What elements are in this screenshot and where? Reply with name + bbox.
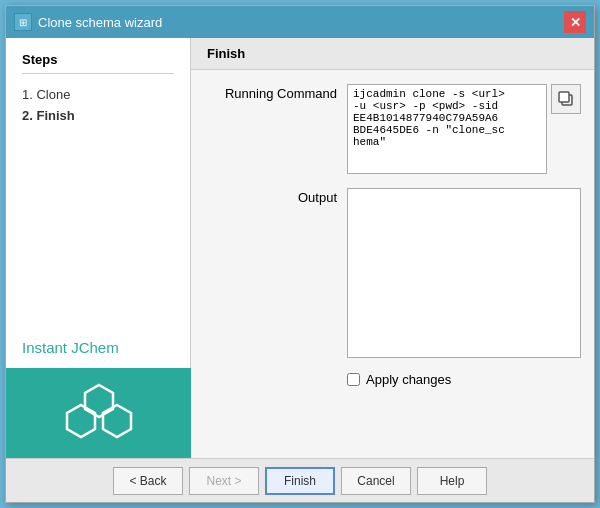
cancel-button[interactable]: Cancel [341, 467, 411, 495]
back-button[interactable]: < Back [113, 467, 183, 495]
svg-marker-1 [67, 405, 95, 437]
finish-button[interactable]: Finish [265, 467, 335, 495]
main-panel: Finish Running Command [191, 38, 594, 458]
section-body: Running Command Output [191, 70, 594, 458]
next-button[interactable]: Next > [189, 467, 259, 495]
apply-changes-label[interactable]: Apply changes [366, 372, 451, 387]
copy-icon [558, 91, 574, 107]
svg-marker-0 [85, 385, 113, 417]
command-textarea[interactable] [347, 84, 547, 174]
bottom-bar: < Back Next > Finish Cancel Help [6, 458, 594, 502]
command-wrapper [347, 84, 581, 174]
app-icon: ⊞ [14, 13, 32, 31]
title-bar: ⊞ Clone schema wizard ✕ [6, 6, 594, 38]
step-1: 1. Clone [22, 84, 174, 105]
svg-marker-2 [103, 405, 131, 437]
copy-button[interactable] [551, 84, 581, 114]
step-2: 2. Finish [22, 105, 174, 126]
apply-changes-checkbox[interactable] [347, 373, 360, 386]
running-command-row: Running Command [207, 84, 581, 174]
hexagon-icon [63, 377, 135, 449]
step-1-number: 1. [22, 87, 36, 102]
window-title: Clone schema wizard [38, 15, 162, 30]
running-command-label: Running Command [207, 84, 337, 101]
section-header: Finish [191, 38, 594, 70]
close-button[interactable]: ✕ [564, 11, 586, 33]
sidebar: Steps 1. Clone 2. Finish Instant JChem [6, 38, 191, 458]
brand-label: Instant JChem [6, 327, 190, 368]
svg-rect-4 [559, 92, 569, 102]
steps-title: Steps [22, 52, 174, 74]
output-label: Output [207, 188, 337, 205]
title-bar-left: ⊞ Clone schema wizard [14, 13, 162, 31]
output-textarea[interactable] [347, 188, 581, 358]
apply-changes-row: Apply changes [207, 372, 581, 387]
output-row: Output [207, 188, 581, 358]
content-area: Steps 1. Clone 2. Finish Instant JChem [6, 38, 594, 458]
main-window: ⊞ Clone schema wizard ✕ Steps 1. Clone 2… [5, 5, 595, 503]
step-2-label: Finish [36, 108, 74, 123]
step-2-number: 2. [22, 108, 36, 123]
sidebar-logo [6, 368, 191, 458]
sidebar-steps: Steps 1. Clone 2. Finish [6, 38, 190, 327]
step-1-label: Clone [36, 87, 70, 102]
help-button[interactable]: Help [417, 467, 487, 495]
